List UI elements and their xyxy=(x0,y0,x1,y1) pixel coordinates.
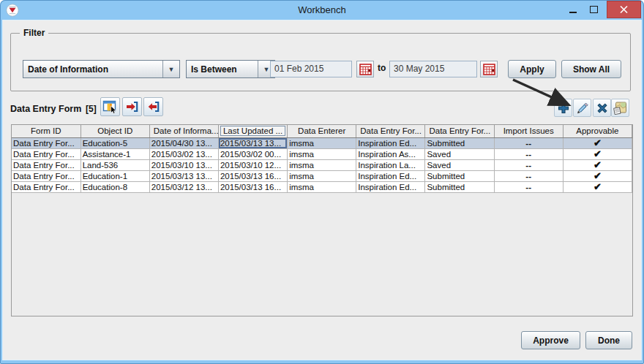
table-cell[interactable]: 2015/03/10 13... xyxy=(149,159,218,170)
apply-button[interactable]: Apply xyxy=(508,60,556,78)
table-cell[interactable]: 2015/03/13 16... xyxy=(218,170,287,181)
table-cell[interactable]: imsma xyxy=(288,137,356,148)
content-panel: Filter Date of Information ▼ Is Between … xyxy=(3,20,641,360)
table-cell[interactable]: 2015/03/13 16... xyxy=(218,181,287,192)
table-cell[interactable]: Data Entry For... xyxy=(12,137,80,148)
table-cell[interactable]: Saved xyxy=(425,148,494,159)
approvable-check-icon[interactable]: ✔ xyxy=(563,181,632,192)
chevron-down-icon: ▼ xyxy=(162,61,179,77)
table-cell[interactable]: Land-536 xyxy=(80,159,149,170)
workbench-window: Workbench Filter Date of Information ▼ I… xyxy=(0,0,644,364)
table-cell[interactable]: Data Entry For... xyxy=(12,170,80,181)
data-entry-table: Form IDObject IDDate of Informa...Last U… xyxy=(12,125,632,193)
table-cell[interactable]: Data Entry For... xyxy=(12,181,80,192)
date-from-field[interactable]: 01 Feb 2015 xyxy=(270,61,352,77)
table-cell[interactable]: Inspiration La... xyxy=(356,159,425,170)
table-cell[interactable]: Assistance-1 xyxy=(80,148,149,159)
table-cell[interactable]: 2015/03/02 13... xyxy=(149,148,218,159)
table-cell[interactable]: imsma xyxy=(288,181,356,192)
table-cell[interactable]: 2015/03/02 00... xyxy=(218,148,287,159)
show-all-button[interactable]: Show All xyxy=(561,60,621,78)
table-cell[interactable]: Submitted xyxy=(425,181,494,192)
table-cell[interactable]: Submitted xyxy=(425,170,494,181)
calendar-icon xyxy=(483,64,495,75)
table-row[interactable]: Data Entry For...Assistance-12015/03/02 … xyxy=(12,148,632,159)
table-cell[interactable]: -- xyxy=(494,170,563,181)
table-cell[interactable]: imsma xyxy=(288,170,356,181)
table-header-cell[interactable]: Object ID xyxy=(80,125,149,137)
table-cell[interactable]: 2015/04/30 13... xyxy=(149,137,218,148)
table-cell[interactable]: -- xyxy=(494,137,563,148)
table-cell[interactable]: -- xyxy=(494,148,563,159)
table-header-cell[interactable]: Data Entry For... xyxy=(425,125,494,137)
table-scrollpane: Form IDObject IDDate of Informa...Last U… xyxy=(11,124,633,316)
export-button[interactable] xyxy=(122,97,142,116)
table-header-label: Data Entry For... xyxy=(357,126,424,136)
approvable-check-icon[interactable]: ✔ xyxy=(563,148,632,159)
table-cell[interactable]: Inspiration Ed... xyxy=(356,170,425,181)
record-count-badge: [5] xyxy=(86,101,97,117)
table-cell[interactable]: Education-5 xyxy=(80,137,149,148)
show-on-map-button[interactable] xyxy=(611,99,629,117)
date-from-calendar-button[interactable] xyxy=(356,61,374,77)
calendar-icon xyxy=(359,64,372,75)
table-row[interactable]: Data Entry For...Education-52015/04/30 1… xyxy=(12,137,632,148)
import-button[interactable] xyxy=(143,97,163,116)
table-header-cell[interactable]: Data Entry For... xyxy=(356,125,425,137)
table-cell[interactable]: Data Entry For... xyxy=(12,159,80,170)
table-cell[interactable]: 2015/03/13 13... xyxy=(218,137,287,148)
import-arrow-icon xyxy=(146,100,160,113)
table-cell[interactable]: -- xyxy=(494,181,563,192)
to-label: to xyxy=(378,63,386,73)
minimize-button[interactable] xyxy=(565,0,581,19)
table-cell[interactable]: Education-1 xyxy=(80,170,149,181)
table-header-cell[interactable]: Form ID xyxy=(12,125,80,137)
approve-button[interactable]: Approve xyxy=(521,331,580,349)
table-cell[interactable]: Inspiration As... xyxy=(356,148,425,159)
table-cell[interactable]: Submitted xyxy=(425,137,494,148)
table-header-cell[interactable]: Data Enterer xyxy=(288,125,356,137)
column-chooser-icon xyxy=(102,100,118,114)
table-row[interactable]: Data Entry For...Land-5362015/03/10 13..… xyxy=(12,159,632,170)
table-cell[interactable]: 2015/03/12 13... xyxy=(149,181,218,192)
table-cell[interactable]: -- xyxy=(494,159,563,170)
table-cell[interactable]: imsma xyxy=(288,148,356,159)
table-body: Data Entry For...Education-52015/04/30 1… xyxy=(12,137,632,192)
filter-operator-select[interactable]: Is Between ▼ xyxy=(186,60,275,78)
edit-record-button[interactable] xyxy=(573,99,591,117)
done-button[interactable]: Done xyxy=(585,331,632,349)
table-header-label: Import Issues xyxy=(501,126,557,136)
table-cell[interactable]: Saved xyxy=(425,159,494,170)
table-cell[interactable]: 2015/03/13 13... xyxy=(149,170,218,181)
table-cell[interactable]: Inspiration Ed... xyxy=(356,137,425,148)
table-header-label: Date of Informa... xyxy=(151,126,219,136)
delete-record-button[interactable] xyxy=(593,99,611,117)
table-header-cell[interactable]: Last Updated ... xyxy=(218,125,287,137)
approvable-check-icon[interactable]: ✔ xyxy=(563,170,632,181)
maximize-button[interactable] xyxy=(585,0,602,19)
table-header-cell[interactable]: Approvable xyxy=(563,125,632,137)
table-cell[interactable]: imsma xyxy=(288,159,356,170)
add-record-button[interactable] xyxy=(554,99,572,117)
date-to-calendar-button[interactable] xyxy=(480,61,498,77)
data-entry-form-label: Data Entry Form xyxy=(10,101,81,117)
date-to-field[interactable]: 30 May 2015 xyxy=(389,61,477,77)
table-row[interactable]: Data Entry For...Education-82015/03/12 1… xyxy=(12,181,632,192)
table-header-label: Data Entry For... xyxy=(426,126,493,136)
approvable-check-icon[interactable]: ✔ xyxy=(563,159,632,170)
table-header: Form IDObject IDDate of Informa...Last U… xyxy=(12,125,632,137)
window-title: Workbench xyxy=(0,4,644,15)
column-chooser-button[interactable] xyxy=(100,97,120,116)
close-button[interactable] xyxy=(607,1,641,18)
table-header-cell[interactable]: Import Issues xyxy=(494,125,563,137)
filter-field-select[interactable]: Date of Information ▼ xyxy=(23,60,180,78)
table-cell[interactable]: Education-8 xyxy=(80,181,149,192)
table-cell[interactable]: Inspiration Ed... xyxy=(356,181,425,192)
table-row[interactable]: Data Entry For...Education-12015/03/13 1… xyxy=(12,170,632,181)
table-cell[interactable]: 2015/03/10 12... xyxy=(218,159,287,170)
approvable-check-icon[interactable]: ✔ xyxy=(563,137,632,148)
table-header-label: Object ID xyxy=(94,126,135,136)
table-header-cell[interactable]: Date of Informa... xyxy=(149,125,218,137)
table-cell[interactable]: Data Entry For... xyxy=(12,148,80,159)
table-header-label: Data Enterer xyxy=(295,126,348,136)
